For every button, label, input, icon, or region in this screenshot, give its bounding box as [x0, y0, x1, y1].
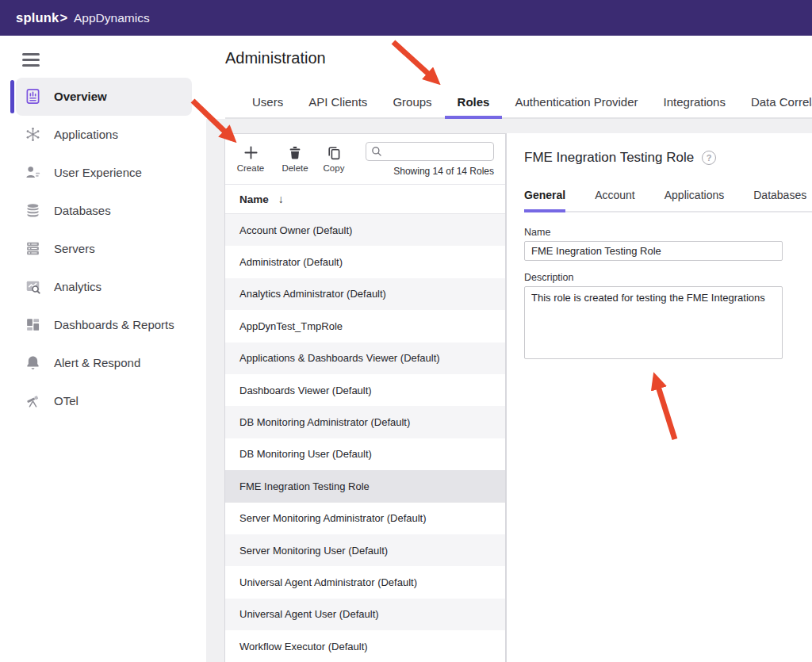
sidebar-item-label: Dashboards & Reports	[54, 318, 174, 331]
sidebar-item-label: Overview	[54, 90, 107, 103]
app-window: splunk> AppDynamics Overview Application…	[0, 0, 812, 662]
trash-icon	[277, 140, 313, 161]
delete-button[interactable]: Delete	[277, 140, 313, 173]
role-description-textarea[interactable]: This role is created for testing the FME…	[524, 286, 783, 359]
roles-toolbar: Create Delete Copy Showing 14 of 14	[225, 134, 505, 185]
sidebar: Overview Applications User Experience Da…	[0, 36, 206, 662]
role-row[interactable]: DB Monitoring User (Default)	[225, 438, 505, 470]
role-row[interactable]: Applications & Dashboards Viewer (Defaul…	[225, 342, 505, 374]
tab-users[interactable]: Users	[239, 88, 296, 119]
create-button-label: Create	[237, 163, 265, 173]
dashboards-icon	[24, 316, 41, 334]
sidebar-item-databases[interactable]: Databases	[0, 192, 206, 230]
name-column-header[interactable]: Name ↓	[225, 185, 505, 214]
role-detail-tabs: General Account Applications Databases	[524, 181, 812, 212]
admin-tabs: Users API Clients Groups Roles Authentic…	[225, 88, 812, 119]
role-row[interactable]: AppDynTest_TmpRole	[225, 310, 505, 342]
create-button[interactable]: Create	[232, 140, 269, 173]
tab-account[interactable]: Account	[595, 181, 635, 212]
page-title: Administration	[225, 49, 326, 67]
sidebar-item-user-experience[interactable]: User Experience	[0, 154, 206, 192]
search-icon	[370, 145, 383, 158]
role-name-input[interactable]	[524, 241, 783, 261]
roles-list: Account Owner (Default) Administrator (D…	[225, 214, 505, 662]
copy-button[interactable]: Copy	[316, 140, 352, 173]
search-input[interactable]	[383, 146, 489, 157]
role-row[interactable]: Administrator (Default)	[225, 246, 505, 277]
tab-roles[interactable]: Roles	[445, 88, 503, 119]
sidebar-item-label: Analytics	[54, 280, 102, 293]
role-row[interactable]: Server Monitoring User (Default)	[225, 534, 505, 566]
product-name: AppDynamics	[74, 11, 150, 25]
sidebar-item-otel[interactable]: OTel	[0, 382, 206, 420]
servers-icon	[24, 240, 41, 258]
splunk-caret: >	[59, 10, 67, 25]
applications-icon	[24, 126, 41, 143]
sidebar-item-dashboards-reports[interactable]: Dashboards & Reports	[0, 306, 206, 344]
sidebar-item-alert-respond[interactable]: Alert & Respond	[0, 344, 206, 382]
role-row[interactable]: DB Monitoring Administrator (Default)	[225, 406, 505, 438]
result-count: Showing 14 of 14 Roles	[366, 166, 494, 177]
sidebar-item-label: Servers	[54, 242, 95, 255]
search-box[interactable]	[366, 142, 494, 161]
plus-icon	[232, 140, 269, 161]
sidebar-item-label: User Experience	[54, 166, 142, 179]
sidebar-item-label: Databases	[54, 204, 111, 217]
splunk-logo: splunk	[16, 10, 59, 25]
sidebar-item-analytics[interactable]: Analytics	[0, 268, 206, 306]
tab-applications[interactable]: Applications	[665, 181, 725, 212]
tab-api-clients[interactable]: API Clients	[296, 88, 380, 119]
delete-button-label: Delete	[282, 163, 308, 173]
tab-groups[interactable]: Groups	[380, 88, 444, 119]
sidebar-item-overview[interactable]: Overview	[16, 78, 192, 116]
copy-icon	[316, 140, 352, 161]
sidebar-item-applications[interactable]: Applications	[0, 116, 206, 154]
role-row[interactable]: Workflow Executor (Default)	[225, 630, 505, 662]
tab-authentication-provider[interactable]: Authentication Provider	[502, 88, 650, 119]
roles-list-panel: Create Delete Copy Showing 14 of 14	[224, 133, 506, 662]
role-row-selected[interactable]: FME Inegration Testing Role	[225, 470, 505, 502]
bell-icon	[24, 354, 41, 372]
menu-toggle-icon[interactable]	[22, 53, 40, 67]
analytics-icon	[24, 278, 41, 296]
help-icon[interactable]: ?	[702, 151, 716, 165]
role-detail-title: FME Inegration Testing Role	[524, 150, 694, 166]
sidebar-item-servers[interactable]: Servers	[0, 230, 206, 268]
tab-data-correlation[interactable]: Data Correlation	[738, 88, 812, 119]
copy-button-label: Copy	[324, 163, 345, 173]
name-field-label: Name	[524, 227, 783, 238]
name-column-label: Name	[239, 193, 269, 205]
description-field-label: Description	[524, 272, 783, 283]
user-experience-icon	[24, 164, 41, 182]
search-area: Showing 14 of 14 Roles	[366, 142, 494, 177]
role-general-form: Name Description This role is created fo…	[524, 227, 783, 362]
topbar: splunk> AppDynamics	[0, 0, 812, 36]
tab-general[interactable]: General	[524, 181, 565, 212]
telescope-icon	[24, 392, 41, 410]
role-row[interactable]: Universal Agent User (Default)	[225, 599, 505, 630]
sort-descending-icon: ↓	[278, 193, 284, 205]
role-detail-panel: FME Inegration Testing Role ? General Ac…	[506, 133, 812, 662]
role-row[interactable]: Dashboards Viewer (Default)	[225, 374, 505, 406]
active-indicator	[10, 80, 14, 113]
admin-header: Administration Users API Clients Groups …	[206, 36, 812, 119]
databases-icon	[24, 202, 41, 220]
sidebar-item-label: OTel	[54, 394, 79, 408]
sidebar-item-label: Alert & Respond	[54, 356, 140, 369]
overview-icon	[24, 88, 41, 105]
tab-databases[interactable]: Databases	[753, 181, 806, 212]
role-row[interactable]: Account Owner (Default)	[225, 214, 505, 246]
role-row[interactable]: Universal Agent Administrator (Default)	[225, 566, 505, 598]
role-row[interactable]: Analytics Administrator (Default)	[225, 278, 505, 310]
tab-integrations[interactable]: Integrations	[651, 88, 738, 119]
role-row[interactable]: Server Monitoring Administrator (Default…	[225, 503, 505, 534]
sidebar-item-label: Applications	[54, 128, 118, 141]
